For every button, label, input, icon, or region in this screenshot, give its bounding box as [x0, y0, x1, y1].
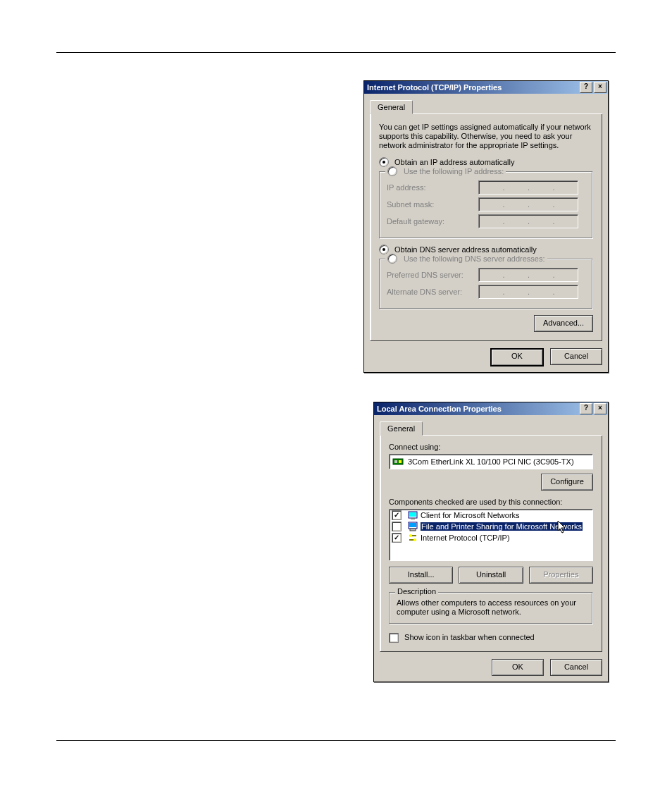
description-text: Allows other computers to access resourc… [397, 598, 585, 617]
advanced-button[interactable]: Advanced... [534, 315, 593, 332]
ip-address-label: IP address: [387, 183, 478, 192]
close-button[interactable]: × [594, 82, 606, 93]
alternate-dns-field: ... [478, 285, 578, 299]
close-button[interactable]: × [594, 403, 606, 414]
radio-obtain-ip-label: Obtain an IP address automatically [394, 158, 514, 166]
subnet-mask-field: ... [478, 197, 578, 211]
components-listbox[interactable]: Client for Microsoft Networks File and P… [389, 509, 593, 561]
tab-general[interactable]: General [370, 100, 413, 114]
svg-rect-5 [411, 518, 415, 519]
svg-rect-8 [410, 529, 416, 531]
page-rule-bottom [56, 740, 616, 741]
ok-button[interactable]: OK [490, 348, 544, 366]
preferred-dns-field: ... [478, 268, 578, 282]
svg-rect-1 [394, 460, 397, 463]
radio-obtain-ip[interactable] [379, 157, 389, 167]
preferred-dns-label: Preferred DNS server: [387, 271, 478, 279]
lan-title: Local Area Connection Properties [375, 405, 578, 413]
radio-obtain-dns[interactable] [379, 245, 389, 254]
radio-obtain-ip-row[interactable]: Obtain an IP address automatically [379, 157, 593, 167]
svg-point-12 [413, 538, 416, 541]
install-button[interactable]: Install... [389, 567, 453, 584]
default-gateway-label: Default gateway: [387, 217, 478, 226]
connect-using-label: Connect using: [389, 443, 593, 451]
lan-properties-dialog: Local Area Connection Properties ? × Gen… [373, 402, 609, 682]
checkbox[interactable] [392, 533, 402, 543]
help-button[interactable]: ? [580, 82, 592, 93]
tcpip-title: Internet Protocol (TCP/IP) Properties [366, 83, 578, 92]
show-icon-label: Show icon in taskbar when connected [404, 633, 535, 641]
tab-general[interactable]: General [380, 421, 423, 436]
svg-rect-4 [409, 512, 416, 517]
list-item-label: Client for Microsoft Networks [421, 511, 520, 519]
show-icon-checkbox[interactable] [389, 633, 399, 643]
list-item[interactable]: Client for Microsoft Networks [390, 510, 592, 521]
file-printer-sharing-icon [408, 522, 418, 531]
ip-address-field: ... [478, 180, 578, 195]
ok-button[interactable]: OK [492, 659, 544, 676]
ip-group: Use the following IP address: IP address… [379, 171, 593, 239]
lan-tabpanel: Connect using: 3Com EtherLink XL 10/100 … [380, 436, 602, 652]
tcpip-titlebar[interactable]: Internet Protocol (TCP/IP) Properties ? … [364, 81, 608, 94]
components-label: Components checked are used by this conn… [389, 498, 593, 506]
description-legend: Description [395, 587, 438, 596]
cancel-button[interactable]: Cancel [550, 348, 602, 365]
nic-field: 3Com EtherLink XL 10/100 PCI NIC (3C905-… [389, 454, 593, 469]
client-icon [408, 510, 418, 520]
list-item[interactable]: File and Printer Sharing for Microsoft N… [390, 521, 592, 532]
svg-rect-7 [409, 523, 416, 527]
checkbox[interactable] [392, 510, 402, 520]
protocol-icon [408, 533, 418, 543]
radio-obtain-dns-label: Obtain DNS server address automatically [394, 245, 537, 254]
properties-button: Properties [529, 567, 593, 584]
dns-group: Use the following DNS server addresses: … [379, 259, 593, 309]
radio-use-dns-label: Use the following DNS server addresses: [404, 254, 545, 263]
show-icon-row[interactable]: Show icon in taskbar when connected [389, 633, 593, 643]
checkbox[interactable] [392, 522, 402, 531]
cancel-button[interactable]: Cancel [550, 659, 602, 676]
subnet-mask-label: Subnet mask: [387, 200, 478, 209]
radio-use-ip[interactable] [387, 166, 397, 176]
help-button[interactable]: ? [580, 403, 592, 414]
radio-use-ip-label: Use the following IP address: [404, 167, 504, 175]
page-rule-top [56, 52, 616, 53]
tcpip-tabpanel: You can get IP settings assigned automat… [370, 114, 602, 341]
configure-button[interactable]: Configure [541, 474, 593, 491]
description-group: Description Allows other computers to ac… [389, 592, 593, 624]
cursor-icon [557, 521, 567, 535]
default-gateway-field: ... [478, 214, 578, 228]
svg-point-11 [409, 534, 412, 537]
lan-tabstrip: General [380, 421, 602, 436]
alternate-dns-label: Alternate DNS server: [387, 288, 478, 296]
lan-titlebar[interactable]: Local Area Connection Properties ? × [374, 402, 608, 415]
tcpip-properties-dialog: Internet Protocol (TCP/IP) Properties ? … [363, 80, 609, 373]
uninstall-button[interactable]: Uninstall [459, 567, 523, 584]
tcpip-tabstrip: General [370, 99, 602, 114]
radio-obtain-dns-row[interactable]: Obtain DNS server address automatically [379, 245, 593, 254]
nic-icon [392, 457, 404, 467]
list-item-label: Internet Protocol (TCP/IP) [421, 534, 510, 542]
nic-name: 3Com EtherLink XL 10/100 PCI NIC (3C905-… [408, 457, 574, 466]
tcpip-info-text: You can get IP settings assigned automat… [379, 123, 593, 150]
radio-use-dns[interactable] [387, 254, 397, 264]
svg-rect-2 [399, 460, 402, 463]
